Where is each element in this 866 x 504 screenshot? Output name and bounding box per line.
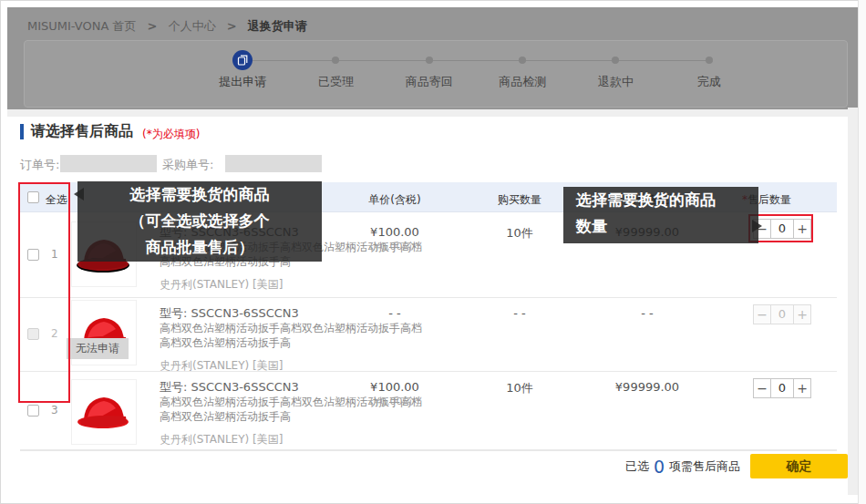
table-row-disabled: 2 无法申请 型号: SSCCN3-6SSCCN3 高档双色沾塑柄活动扳手高档双…	[20, 298, 837, 372]
product-desc: 高档双色沾塑柄活动扳手高	[160, 335, 433, 350]
breadcrumb: MISUMI-VONA 首页 > 个人中心 > 退换货申请	[27, 18, 307, 35]
breadcrumb-home-link[interactable]: MISUMI-VONA 首页	[27, 19, 136, 33]
qty-plus-button[interactable]: +	[793, 378, 811, 398]
po-number-label: 采购单号:	[162, 157, 213, 173]
qty-minus-button-disabled: −	[753, 304, 771, 324]
row2-checkbox-disabled	[27, 328, 39, 340]
step-active-dot	[232, 50, 253, 70]
step-label: 已受理	[289, 74, 382, 90]
qty-value-disabled: 0	[771, 304, 793, 324]
tooltip-line: 商品批量售后）	[77, 234, 322, 261]
po-number-value-redacted	[225, 155, 322, 172]
step-goods-inspection: 商品检测	[476, 49, 569, 95]
tooltip-line: 选择需要换货的商品	[576, 187, 758, 213]
qty-value[interactable]: 0	[771, 219, 793, 239]
order-number-label: 订单号:	[20, 157, 59, 173]
step-label: 商品寄回	[383, 74, 476, 90]
product-image	[71, 379, 137, 445]
step-refunding: 退款中	[569, 49, 662, 95]
table-row: 3 型号: SSCCN3-6SSCCN3 高档双色沾塑柄活动扳手高档双色沾塑柄活…	[20, 372, 837, 450]
breadcrumb-separator: >	[227, 19, 237, 33]
step-accepted: 已受理	[289, 49, 382, 95]
step-label: 退款中	[569, 74, 662, 90]
return-request-page: MISUMI-VONA 首页 > 个人中心 > 退换货申请 提出申请 已受理 商…	[0, 0, 866, 504]
selected-summary: 已选 0 项需售后商品	[583, 454, 740, 478]
product-desc: 高档双色沾塑柄活动扳手高	[160, 409, 433, 424]
unit-price-cell: ¥100.00 (¥0.00/个)	[351, 225, 438, 253]
unit-price: ¥100.00	[351, 380, 438, 395]
service-qty-stepper: − 0 +	[753, 378, 811, 398]
step-label: 提出申请	[196, 74, 289, 90]
cannot-apply-badge: 无法申请	[67, 338, 129, 359]
step-dot	[332, 57, 339, 64]
selected-prefix: 已选	[625, 458, 649, 475]
step-complete: 完成	[663, 49, 756, 95]
header-purchase-qty: 购买数量	[476, 192, 563, 208]
qty-plus-button-disabled: +	[793, 304, 811, 324]
section-title: 请选择售后商品	[31, 122, 133, 141]
row-index: 3	[51, 404, 58, 417]
select-all-label: 全选	[46, 192, 67, 208]
order-number-value-redacted	[60, 155, 157, 172]
qty-plus-button[interactable]: +	[793, 219, 811, 239]
page-margin-strip	[848, 108, 858, 495]
unit-price: ¥100.00	[351, 225, 438, 240]
row-index: 2	[51, 327, 58, 340]
row-index: 1	[51, 248, 58, 261]
service-qty-stepper-disabled: − 0 +	[753, 304, 811, 324]
product-brand: 史丹利(STANLEY) [美国]	[160, 432, 433, 447]
step-label: 完成	[663, 74, 756, 90]
purchase-qty-cell: - -	[476, 306, 563, 320]
unit-price: - -	[351, 306, 438, 321]
unit-price-cell: ¥100.00 (¥0.00/个)	[351, 380, 438, 408]
tooltip-select-quantity: 选择需要换货的商品 数量	[563, 187, 758, 243]
scrollbar-track[interactable]	[858, 0, 866, 504]
qty-minus-button[interactable]: −	[753, 378, 771, 398]
subtotal-cell: - -	[603, 306, 691, 320]
tooltip-line: 数量	[576, 213, 758, 240]
section-title-accent-bar	[20, 124, 24, 139]
subtotal-cell: ¥99999.00	[603, 380, 691, 394]
product-brand: 史丹利(STANLEY) [美国]	[160, 277, 433, 293]
breadcrumb-current: 退换货申请	[248, 19, 307, 33]
step-dot	[519, 57, 526, 64]
select-all-checkbox[interactable]	[27, 191, 39, 203]
tooltip-line: （可全选或选择多个	[77, 208, 322, 234]
step-label: 商品检测	[476, 74, 569, 90]
step-goods-returned: 商品寄回	[383, 49, 476, 95]
progress-steps: 提出申请 已受理 商品寄回 商品检测 退款中 完成	[196, 49, 756, 95]
breadcrumb-user-center-link[interactable]: 个人中心	[169, 19, 216, 33]
row1-checkbox[interactable]	[27, 249, 39, 261]
purchase-qty-cell: 10件	[476, 380, 563, 396]
tooltip-line: 选择需要换货的商品	[77, 181, 322, 208]
footer-divider	[20, 450, 837, 451]
qty-value[interactable]: 0	[771, 378, 793, 398]
unit-price-cell: - -	[351, 306, 438, 321]
unit-price-per-piece: (¥0.00/个)	[351, 240, 438, 253]
red-helmet-image	[75, 388, 133, 436]
application-form-icon	[237, 55, 248, 66]
breadcrumb-separator: >	[148, 19, 158, 33]
product-desc: 高档双色沾塑柄活动扳手高档双色沾塑柄活动扳手高档	[160, 321, 433, 335]
tooltip-select-products: 选择需要换货的商品 （可全选或选择多个 商品批量售后）	[77, 181, 322, 262]
row3-checkbox[interactable]	[27, 405, 39, 417]
selected-count: 0	[654, 457, 665, 477]
purchase-qty-cell: 10件	[476, 225, 563, 242]
selected-suffix: 项需售后商品	[669, 458, 740, 475]
unit-price-per-piece: (¥0.00/个)	[351, 395, 438, 408]
confirm-button[interactable]: 确定	[750, 454, 848, 478]
step-dot	[612, 57, 619, 64]
step-dot	[426, 57, 433, 64]
header-unit-price: 单价(含税)	[351, 192, 438, 208]
step-submit-application: 提出申请	[196, 49, 289, 95]
step-dot	[706, 57, 713, 64]
required-note: (*为必填项)	[142, 127, 200, 142]
band-gap	[7, 109, 858, 117]
